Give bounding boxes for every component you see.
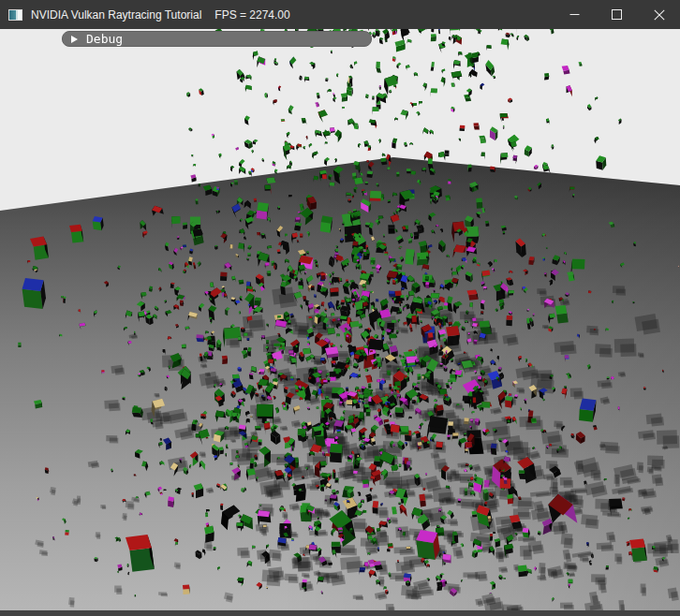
raytraced-scene-canvas[interactable] [0, 29, 680, 616]
window-title: NVIDIA Vulkan Raytracing Tutorial [31, 8, 201, 22]
titlebar[interactable]: NVIDIA Vulkan Raytracing Tutorial FPS = … [0, 0, 680, 29]
maximize-button[interactable] [596, 0, 638, 29]
debug-panel-label: Debug [86, 32, 123, 46]
debug-panel-header[interactable]: Debug [62, 31, 372, 47]
fps-counter: FPS = 2274.00 [214, 8, 289, 22]
close-button[interactable] [638, 0, 680, 29]
close-icon [654, 9, 665, 21]
minimize-button[interactable] [554, 0, 596, 29]
app-window: NVIDIA Vulkan Raytracing Tutorial FPS = … [0, 0, 680, 616]
app-icon [8, 9, 22, 21]
collapse-arrow-icon[interactable] [71, 36, 78, 43]
viewport: Debug [0, 29, 680, 616]
minimize-icon [569, 9, 580, 20]
maximize-icon [612, 9, 622, 20]
